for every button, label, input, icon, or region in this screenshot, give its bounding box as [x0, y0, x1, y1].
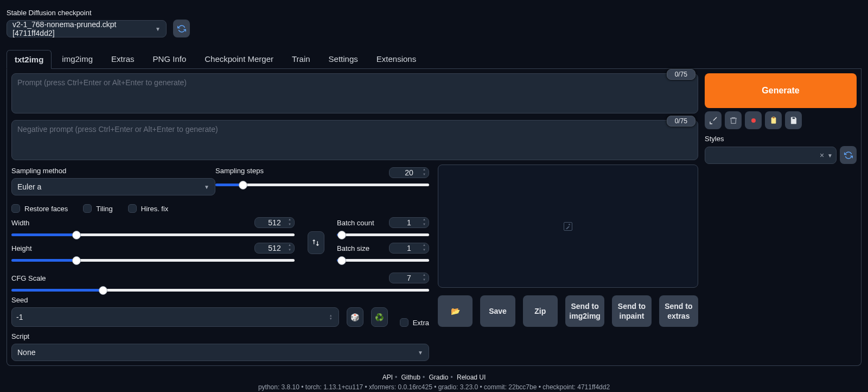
spinner-icon[interactable]: ▲▼: [286, 243, 293, 253]
refresh-icon: [844, 151, 853, 160]
checkpoint-value: v2-1_768-nonema-pruned.ckpt [4711ff4dd2]: [12, 20, 155, 37]
checkbox-icon: [11, 204, 20, 213]
footer-github-link[interactable]: Github: [401, 374, 420, 381]
cfg-input[interactable]: 7 ▲▼: [389, 273, 429, 283]
tiling-checkbox[interactable]: Tiling: [83, 204, 113, 213]
svg-rect-1: [773, 117, 775, 118]
slider-thumb[interactable]: [99, 286, 107, 295]
slider-thumb[interactable]: [72, 231, 81, 239]
open-folder-button[interactable]: 📂: [438, 295, 473, 327]
restore-faces-checkbox[interactable]: Restore faces: [11, 204, 68, 213]
width-input[interactable]: 512 ▲▼: [254, 217, 295, 228]
prompt-counter: 0/75: [667, 69, 695, 80]
paste-button[interactable]: [765, 111, 782, 129]
checkpoint-select[interactable]: v2-1_768-nonema-pruned.ckpt [4711ff4dd2]…: [7, 20, 167, 37]
negative-prompt-input[interactable]: 0/75 Negative prompt (press Ctrl+Enter o…: [11, 120, 698, 160]
batchsize-input[interactable]: 1 ▲▼: [389, 243, 429, 254]
batchcount-slider[interactable]: [337, 233, 429, 236]
script-select[interactable]: None ▼: [11, 344, 429, 361]
swap-dimensions-button[interactable]: [308, 231, 324, 254]
spinner-icon[interactable]: ▲▼: [421, 273, 427, 283]
tab-img2img[interactable]: img2img: [54, 49, 101, 68]
sampling-steps-value: 20: [405, 168, 413, 177]
send-extras-button[interactable]: Send to extras: [659, 295, 698, 327]
refresh-checkpoint-button[interactable]: [173, 20, 190, 37]
sampling-steps-label: Sampling steps: [215, 167, 264, 175]
svg-rect-2: [792, 117, 795, 119]
footer: API• Github• Gradio• Reload UI python: 3…: [7, 374, 861, 391]
prompt-placeholder: Prompt (press Ctrl+Enter or Alt+Enter to…: [17, 78, 187, 87]
save-style-button[interactable]: [785, 111, 802, 129]
spinner-icon[interactable]: ▲▼: [421, 243, 427, 253]
prompt-input[interactable]: 0/75 Prompt (press Ctrl+Enter or Alt+Ent…: [11, 73, 698, 113]
checkbox-icon: [83, 204, 92, 213]
cfg-value: 7: [407, 274, 411, 282]
tab-train[interactable]: Train: [284, 49, 318, 68]
hiresfix-label: Hires. fix: [141, 205, 169, 213]
sampling-method-value: Euler a: [17, 182, 41, 191]
slider-thumb[interactable]: [337, 256, 346, 265]
refresh-styles-button[interactable]: [840, 146, 857, 164]
zip-button[interactable]: Zip: [523, 295, 558, 327]
red-dot-icon: [751, 118, 756, 123]
swap-icon: [311, 238, 320, 247]
spinner-icon[interactable]: ▲▼: [328, 314, 334, 320]
tab-pnginfo[interactable]: PNG Info: [145, 49, 195, 68]
cfg-slider[interactable]: [11, 289, 429, 292]
dice-icon: 🎲: [350, 313, 360, 321]
tab-txt2img[interactable]: txt2img: [7, 50, 52, 69]
dropdown-caret-icon: ▼: [155, 26, 161, 32]
batchcount-input[interactable]: 1 ▲▼: [389, 217, 429, 228]
record-button[interactable]: [745, 111, 762, 129]
spinner-icon[interactable]: ▲▼: [421, 168, 427, 178]
send-inpaint-button[interactable]: Send to inpaint: [612, 295, 651, 327]
sampling-method-select[interactable]: Euler a ▼: [11, 178, 215, 195]
clear-prompt-button[interactable]: [725, 111, 742, 129]
sampling-method-label: Sampling method: [11, 167, 215, 175]
save-icon: [789, 116, 798, 125]
checkbox-icon: [128, 204, 137, 213]
extra-checkbox[interactable]: Extra: [400, 318, 429, 327]
height-label: Height: [11, 244, 32, 252]
save-button[interactable]: Save: [480, 295, 515, 327]
sampling-steps-input[interactable]: 20 ▲▼: [389, 167, 429, 178]
dropdown-caret-icon: ▼: [418, 350, 423, 356]
generate-button[interactable]: Generate: [705, 73, 857, 108]
extra-label: Extra: [413, 319, 429, 327]
sampling-steps-slider[interactable]: [215, 184, 429, 186]
slider-thumb[interactable]: [239, 181, 247, 189]
dropdown-caret-icon: ▼: [827, 153, 833, 159]
random-seed-button[interactable]: 🎲: [347, 307, 363, 327]
tab-settings[interactable]: Settings: [321, 49, 366, 68]
tab-extras[interactable]: Extras: [103, 49, 143, 68]
main-tabs: txt2img img2img Extras PNG Info Checkpoi…: [7, 49, 861, 69]
folder-icon: 📂: [451, 306, 460, 316]
output-image-preview: [438, 165, 698, 288]
checkbox-icon: [400, 318, 409, 327]
clear-icon[interactable]: ×: [820, 151, 824, 160]
tab-extensions[interactable]: Extensions: [368, 49, 424, 68]
batchsize-label: Batch size: [337, 244, 369, 252]
styles-select[interactable]: × ▼: [705, 147, 837, 164]
batchsize-value: 1: [407, 244, 411, 252]
slider-thumb[interactable]: [337, 231, 346, 239]
recycle-icon: ♻️: [375, 313, 384, 321]
dropdown-caret-icon: ▼: [204, 184, 209, 190]
negprompt-placeholder: Negative prompt (press Ctrl+Enter or Alt…: [17, 125, 218, 134]
seed-input[interactable]: -1 ▲▼: [11, 307, 339, 327]
slider-thumb[interactable]: [72, 256, 81, 265]
send-img2img-button[interactable]: Send to img2img: [565, 295, 604, 327]
tab-checkpointmerger[interactable]: Checkpoint Merger: [196, 49, 282, 68]
spinner-icon[interactable]: ▲▼: [421, 218, 427, 227]
reuse-seed-button[interactable]: ♻️: [371, 307, 388, 327]
footer-api-link[interactable]: API: [382, 374, 393, 381]
interrogate-button[interactable]: [705, 111, 722, 129]
batchsize-slider[interactable]: [337, 259, 429, 262]
height-input[interactable]: 512 ▲▼: [254, 243, 295, 254]
hiresfix-checkbox[interactable]: Hires. fix: [128, 204, 169, 213]
width-slider[interactable]: [11, 233, 295, 236]
height-slider[interactable]: [11, 259, 295, 262]
spinner-icon[interactable]: ▲▼: [286, 218, 293, 227]
footer-reloadui-link[interactable]: Reload UI: [457, 374, 486, 381]
footer-gradio-link[interactable]: Gradio: [429, 374, 448, 381]
